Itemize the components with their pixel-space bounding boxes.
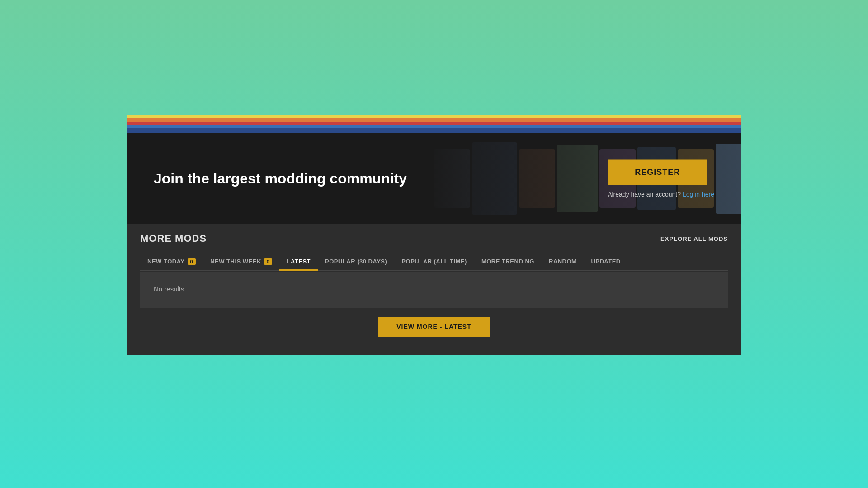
more-mods-section: MORE MODS EXPLORE ALL MODS NEW TODAY 0 N… <box>127 224 741 355</box>
tab-random-label: RANDOM <box>549 258 577 265</box>
view-more-button[interactable]: VIEW MORE - LATEST <box>378 317 490 337</box>
tab-popular-30[interactable]: POPULAR (30 DAYS) <box>318 253 394 271</box>
tab-updated[interactable]: UPDATED <box>584 253 627 271</box>
tab-popular-all[interactable]: POPULAR (ALL TIME) <box>394 253 474 271</box>
no-results-text: No results <box>154 285 184 293</box>
view-more-wrapper: VIEW MORE - LATEST <box>140 308 728 341</box>
banner-cta: REGISTER Already have an account? Log in… <box>608 160 714 198</box>
tab-latest-label: LATEST <box>287 258 311 265</box>
more-mods-title: MORE MODS <box>140 233 207 244</box>
tab-new-today-badge: 0 <box>188 258 196 265</box>
tab-new-this-week-label: NEW THIS WEEK <box>210 258 261 265</box>
page-wrapper: Join the largest modding community REGIS… <box>0 0 868 488</box>
mods-tabs: NEW TODAY 0 NEW THIS WEEK 0 LATEST POPUL… <box>140 253 728 271</box>
login-prompt: Already have an account? Log in here <box>608 191 714 198</box>
tab-new-today-label: NEW TODAY <box>147 258 185 265</box>
mods-content-area: No results <box>140 272 728 308</box>
register-button[interactable]: REGISTER <box>608 160 707 185</box>
tab-more-trending[interactable]: MORE TRENDING <box>474 253 542 271</box>
banner-section: Join the largest modding community REGIS… <box>127 133 741 224</box>
login-link[interactable]: Log in here <box>683 191 714 198</box>
more-mods-header: MORE MODS EXPLORE ALL MODS <box>140 233 728 244</box>
login-prompt-text: Already have an account? <box>608 191 681 198</box>
rainbow-stripe <box>127 115 741 133</box>
tab-updated-label: UPDATED <box>591 258 620 265</box>
tab-new-this-week[interactable]: NEW THIS WEEK 0 <box>203 253 279 271</box>
main-container: Join the largest modding community REGIS… <box>127 115 741 355</box>
tab-latest[interactable]: LATEST <box>279 253 318 271</box>
tab-new-today[interactable]: NEW TODAY 0 <box>140 253 203 271</box>
tab-random[interactable]: RANDOM <box>542 253 584 271</box>
tab-popular-30-label: POPULAR (30 DAYS) <box>325 258 387 265</box>
tab-popular-all-label: POPULAR (ALL TIME) <box>401 258 467 265</box>
explore-all-mods-link[interactable]: EXPLORE ALL MODS <box>660 235 728 242</box>
tab-new-this-week-badge: 0 <box>264 258 273 265</box>
tab-more-trending-label: MORE TRENDING <box>481 258 534 265</box>
